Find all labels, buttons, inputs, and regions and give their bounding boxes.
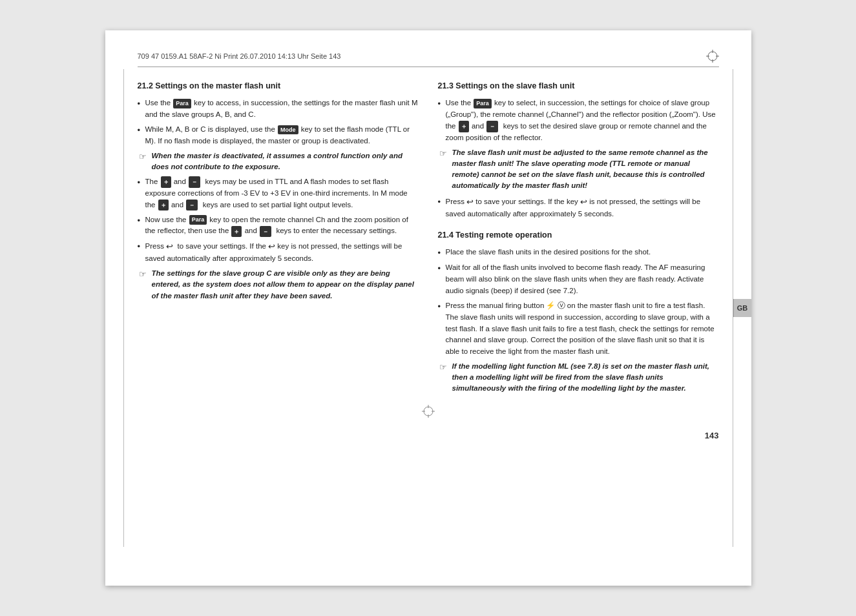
bullet-text: Wait for all of the flash units involved… — [446, 262, 719, 296]
list-item: • Wait for all of the flash units involv… — [438, 262, 719, 296]
bullet-symbol: • — [438, 247, 446, 260]
bullet-symbol: • — [438, 196, 446, 220]
bullet-symbol: • — [438, 98, 446, 143]
svg-point-0 — [708, 52, 717, 61]
bullet-text: Use the Para key to select, in successio… — [446, 98, 719, 143]
plus-badge: ＋ — [161, 176, 171, 188]
list-item: • Use the Para key to select, in success… — [438, 98, 719, 143]
list-item: • Press ↩ to save your settings. If the … — [138, 240, 419, 265]
note-icon: ☞ — [139, 150, 151, 173]
list-item: • Press ↩ to save your settings. If the … — [438, 196, 719, 220]
return-arrow-icon-2: ↩ — [268, 240, 275, 253]
minus-badge-3: － — [260, 226, 271, 238]
minus-badge: － — [189, 176, 200, 188]
return-arrow-icon: ↩ — [166, 240, 173, 253]
plus-badge-r1: ＋ — [459, 121, 469, 132]
page: GB 709 47 0159.A1 58AF-2 Ni Print 26.07.… — [105, 30, 751, 586]
minus-badge-2: － — [186, 200, 198, 211]
crosshair-icon — [706, 50, 719, 63]
right-section-title: 21.3 Settings on the slave flash unit — [438, 80, 719, 92]
mode-key-badge: Mode — [278, 125, 298, 135]
return-arrow-icon-r2: ↩ — [580, 196, 587, 209]
page-number: 143 — [138, 431, 719, 440]
note-item-2: ☞ The settings for the slave group C are… — [138, 268, 419, 302]
note-item-r1: ☞ The slave flash unit must be adjusted … — [438, 147, 719, 192]
note-text-r1: The slave flash unit must be adjusted to… — [452, 147, 719, 192]
para-key-badge-r1: Para — [474, 99, 492, 108]
bullet-text: Press the manual firing button ⚡ ⓥ on th… — [446, 300, 719, 358]
bullet-symbol: • — [438, 262, 446, 296]
list-item: • Place the slave flash units in the des… — [438, 247, 719, 260]
svg-point-5 — [424, 407, 433, 416]
bottom-crosshair — [138, 405, 719, 418]
plus-badge-3: ＋ — [231, 226, 242, 238]
note-icon-r1: ☞ — [439, 147, 451, 192]
note-text-r2: If the modelling light function ML (see … — [452, 361, 719, 395]
page-header: 709 47 0159.A1 58AF-2 Ni Print 26.07.201… — [138, 50, 719, 67]
para-key-badge: Para — [173, 99, 191, 108]
bullet-symbol: • — [138, 240, 145, 265]
list-item: • Now use the Para key to open the remot… — [138, 214, 419, 238]
list-item: • While M, A, B or C is displayed, use t… — [138, 124, 419, 147]
bullet-text: Now use the Para key to open the remote … — [145, 214, 419, 238]
return-arrow-icon-r1: ↩ — [466, 196, 474, 209]
bullet-symbol: • — [438, 300, 446, 358]
note-icon-2: ☞ — [139, 268, 151, 302]
bullet-symbol: • — [138, 124, 145, 147]
bullet-symbol: • — [138, 98, 145, 121]
header-text: 709 47 0159.A1 58AF-2 Ni Print 26.07.201… — [138, 52, 341, 60]
bullet-text: While M, A, B or C is displayed, use the… — [145, 124, 419, 147]
left-section-title: 21.2 Settings on the master flash unit — [138, 80, 419, 92]
note-icon-r2: ☞ — [439, 361, 451, 395]
bullet-text: Press ↩ to save your settings. If the ↩ … — [145, 240, 419, 265]
gb-tab: GB — [733, 299, 751, 317]
note-text: When the master is deactivated, it assum… — [152, 150, 419, 173]
plus-badge-2: ＋ — [158, 200, 169, 211]
bullet-text: Place the slave flash units in the desir… — [446, 247, 719, 260]
right-section2-title: 21.4 Testing remote operation — [438, 229, 719, 241]
left-column: 21.2 Settings on the master flash unit •… — [138, 80, 419, 398]
right-column: 21.3 Settings on the slave flash unit • … — [438, 80, 719, 398]
bullet-symbol: • — [138, 176, 145, 210]
list-item: • The ＋ and － keys may be used in TTL an… — [138, 176, 419, 210]
note-item: ☞ When the master is deactivated, it ass… — [138, 150, 419, 173]
minus-badge-r1: － — [486, 121, 498, 132]
left-border-line — [123, 69, 124, 547]
bullet-text: The ＋ and － keys may be used in TTL and … — [145, 176, 419, 210]
bullet-text: Use the Para key to access, in successio… — [145, 98, 419, 121]
bullet-symbol: • — [138, 214, 145, 238]
note-text-2: The settings for the slave group C are v… — [152, 268, 419, 302]
para-key-badge-2: Para — [189, 215, 207, 225]
bullet-text: Press ↩ to save your settings. If the ke… — [446, 196, 719, 220]
list-item: • Press the manual firing button ⚡ ⓥ on … — [438, 300, 719, 358]
list-item: • Use the Para key to access, in success… — [138, 98, 419, 121]
note-item-r2: ☞ If the modelling light function ML (se… — [438, 361, 719, 395]
content-columns: 21.2 Settings on the master flash unit •… — [138, 80, 719, 398]
